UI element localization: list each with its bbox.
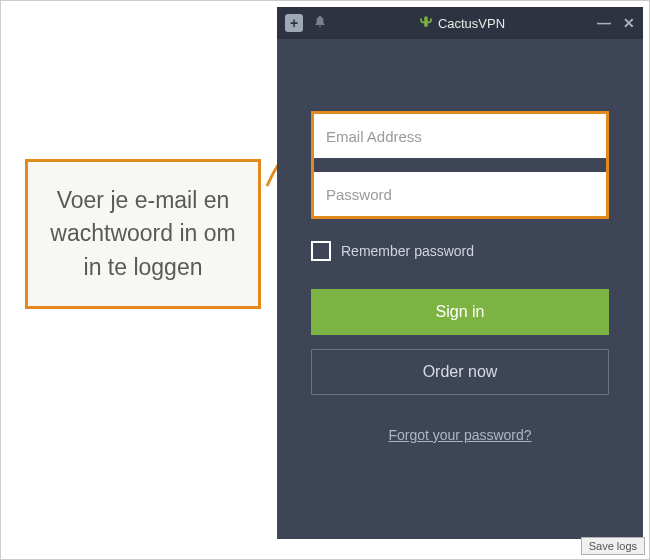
signin-button[interactable]: Sign in [311, 289, 609, 335]
app-title-container: CactusVPN [327, 15, 597, 32]
password-field[interactable] [314, 172, 606, 216]
bell-icon[interactable] [313, 14, 327, 32]
credentials-group [311, 111, 609, 219]
annotation-callout: Voer je e-mail en wachtwoord in om in te… [25, 159, 261, 309]
window-controls: — ✕ [597, 15, 635, 31]
close-button[interactable]: ✕ [623, 15, 635, 31]
callout-text: Voer je e-mail en wachtwoord in om in te… [50, 187, 235, 280]
titlebar-left: + [285, 14, 327, 32]
save-logs-button[interactable]: Save logs [581, 537, 645, 555]
cactus-icon [419, 15, 433, 32]
input-spacer [314, 158, 606, 172]
remember-checkbox[interactable] [311, 241, 331, 261]
minimize-button[interactable]: — [597, 15, 611, 31]
login-form: Remember password Sign in Order now Forg… [277, 39, 643, 443]
order-button[interactable]: Order now [311, 349, 609, 395]
forgot-label: Forgot your password? [388, 427, 531, 443]
order-label: Order now [423, 363, 498, 381]
signin-label: Sign in [436, 303, 485, 321]
titlebar: + CactusVPN — ✕ [277, 7, 643, 39]
forgot-password-link[interactable]: Forgot your password? [311, 427, 609, 443]
app-window: + CactusVPN — ✕ Remember password Sig [277, 7, 643, 539]
remember-label: Remember password [341, 243, 474, 259]
add-button[interactable]: + [285, 14, 303, 32]
app-title: CactusVPN [438, 16, 505, 31]
save-logs-label: Save logs [589, 540, 637, 552]
email-field[interactable] [314, 114, 606, 158]
remember-row: Remember password [311, 241, 609, 261]
